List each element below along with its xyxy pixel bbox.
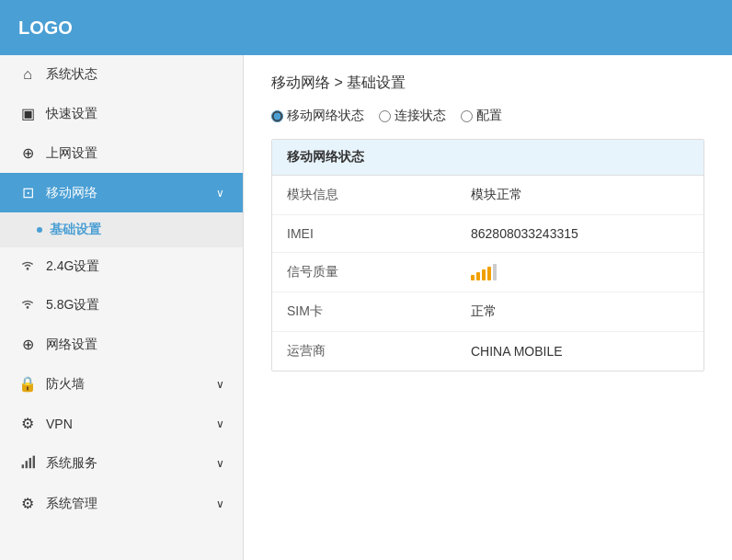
- signal-bars: [471, 264, 689, 280]
- network-icon: ⊕: [18, 336, 37, 353]
- main-layout: ⌂ 系统状态 ▣ 快速设置 ⊕ 上网设置 ⊡ 移动网络 ∨ 基础设置: [0, 55, 732, 560]
- row-label-imei: IMEI: [287, 226, 471, 241]
- service-icon: [18, 454, 37, 473]
- svg-rect-2: [22, 464, 24, 468]
- sidebar-item-system-management[interactable]: ⚙ 系统管理 ∨: [0, 484, 243, 523]
- sidebar-item-network-settings[interactable]: ⊕ 网络设置: [0, 325, 243, 364]
- svg-rect-4: [29, 458, 31, 468]
- chevron-down-icon-5: ∨: [216, 497, 224, 510]
- sidebar-sub-item-basic-settings[interactable]: 基础设置: [0, 212, 243, 247]
- page-title: 移动网络 > 基础设置: [271, 74, 704, 93]
- tab-config[interactable]: 配置: [461, 108, 502, 124]
- globe-icon: ⊕: [18, 144, 37, 162]
- table-row: IMEI 862808033243315: [272, 215, 703, 253]
- gear-icon: ⚙: [18, 495, 37, 512]
- row-value-signal: [471, 264, 689, 280]
- table-row: 模块信息 模块正常: [272, 176, 703, 215]
- tab-connection-status-label[interactable]: 连接状态: [395, 108, 446, 124]
- sidebar-item-wifi-58g[interactable]: 5.8G设置: [0, 286, 243, 325]
- sidebar-item-system-service[interactable]: 系统服务 ∨: [0, 443, 243, 484]
- table-row: 运营商 CHINA MOBILE: [272, 332, 703, 371]
- lock-icon: 🔒: [18, 375, 37, 393]
- sidebar-item-vpn[interactable]: ⚙ VPN ∨: [0, 404, 243, 443]
- tabs: 移动网络状态 连接状态 配置: [271, 108, 704, 124]
- sidebar-item-mobile-network[interactable]: ⊡ 移动网络 ∨: [0, 173, 243, 212]
- signal-bar-5: [493, 264, 497, 280]
- table-row: SIM卡 正常: [272, 292, 703, 332]
- row-label-carrier: 运营商: [287, 343, 471, 360]
- table-row: 信号质量: [272, 253, 703, 292]
- svg-rect-5: [33, 456, 35, 469]
- svg-point-1: [27, 306, 29, 309]
- tab-mobile-status-label[interactable]: 移动网络状态: [287, 108, 364, 124]
- signal-bar-1: [471, 275, 475, 280]
- wifi-24g-icon: [18, 258, 37, 275]
- tab-connection-status[interactable]: 连接状态: [379, 108, 446, 124]
- sidebar-item-wifi-24g[interactable]: 2.4G设置: [0, 247, 243, 286]
- tab-config-radio[interactable]: [461, 110, 473, 122]
- sidebar-item-system-status[interactable]: ⌂ 系统状态: [0, 55, 243, 94]
- tab-mobile-status[interactable]: 移动网络状态: [271, 108, 364, 124]
- row-label-signal: 信号质量: [287, 264, 471, 280]
- chevron-down-icon-4: ∨: [216, 457, 224, 470]
- content-area: 移动网络 > 基础设置 移动网络状态 连接状态 配置 移动网络状态 模块信息 模…: [244, 55, 732, 560]
- status-card: 移动网络状态 模块信息 模块正常 IMEI 862808033243315 信号…: [271, 139, 704, 371]
- sidebar-item-internet-settings[interactable]: ⊕ 上网设置: [0, 133, 243, 173]
- tab-mobile-status-radio[interactable]: [271, 110, 283, 122]
- vpn-icon: ⚙: [18, 415, 37, 432]
- tab-connection-status-radio[interactable]: [379, 110, 391, 122]
- card-header: 移动网络状态: [272, 140, 703, 176]
- row-label-sim: SIM卡: [287, 303, 471, 320]
- dot-icon: [37, 227, 42, 233]
- quick-setup-icon: ▣: [18, 105, 37, 122]
- signal-bar-3: [482, 269, 486, 280]
- signal-bar-2: [476, 272, 480, 280]
- svg-rect-3: [26, 461, 28, 468]
- chevron-down-icon-3: ∨: [216, 417, 224, 430]
- chevron-down-icon: ∨: [216, 187, 224, 200]
- tab-config-label[interactable]: 配置: [476, 108, 502, 124]
- home-icon: ⌂: [18, 66, 37, 83]
- header: LOGO: [0, 0, 732, 55]
- chevron-down-icon-2: ∨: [216, 378, 224, 391]
- mobile-icon: ⊡: [18, 184, 37, 201]
- wifi-58g-icon: [18, 297, 37, 314]
- sidebar-item-firewall[interactable]: 🔒 防火墙 ∨: [0, 364, 243, 404]
- sidebar: ⌂ 系统状态 ▣ 快速设置 ⊕ 上网设置 ⊡ 移动网络 ∨ 基础设置: [0, 55, 244, 560]
- row-value-carrier: CHINA MOBILE: [471, 344, 689, 359]
- row-value-module: 模块正常: [471, 187, 689, 203]
- row-value-imei: 862808033243315: [471, 226, 689, 241]
- row-value-sim: 正常: [471, 303, 689, 320]
- sidebar-item-quick-setup[interactable]: ▣ 快速设置: [0, 94, 243, 133]
- svg-point-0: [27, 268, 29, 270]
- signal-bar-4: [487, 267, 491, 280]
- row-label-module: 模块信息: [287, 187, 471, 203]
- logo: LOGO: [18, 17, 73, 39]
